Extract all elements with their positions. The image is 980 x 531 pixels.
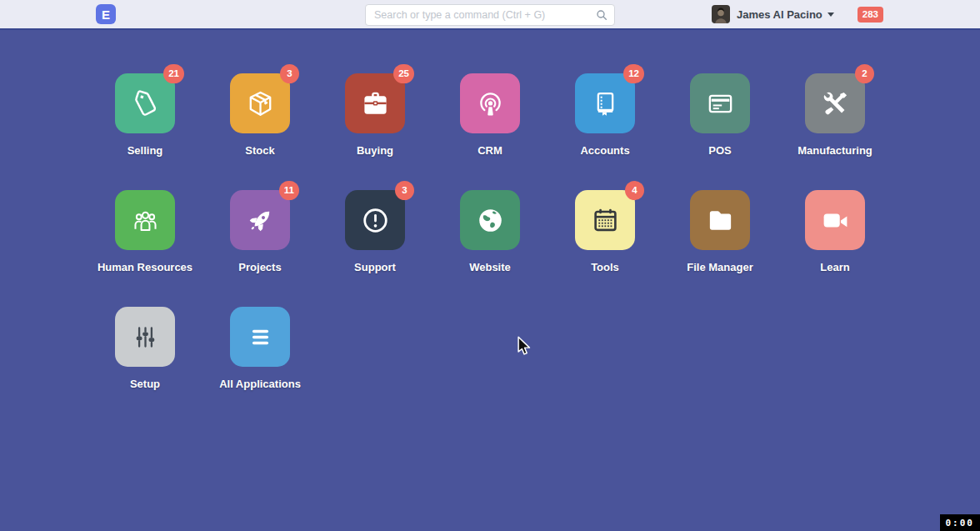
module-tile-support[interactable]: 3 Support (318, 190, 432, 273)
module-tile-buying[interactable]: 25 Buying (318, 73, 432, 157)
module-tile-setup[interactable]: Setup (88, 307, 202, 390)
user-name: James Al Pacino (737, 8, 822, 21)
notification-badge: 3 (395, 181, 414, 200)
module-tile-file-manager[interactable]: File Manager (662, 190, 778, 273)
notification-badge: 4 (625, 181, 644, 200)
module-label: POS (708, 144, 731, 157)
module-tile-all-applications[interactable]: All Applications (202, 307, 318, 390)
tools-crossed-icon (820, 88, 851, 119)
video-timestamp: 0:00 (940, 514, 980, 531)
module-label: Selling (128, 144, 163, 157)
app-logo[interactable]: E (96, 4, 116, 24)
module-label: Accounts (580, 144, 629, 157)
tag-icon (130, 88, 161, 119)
notification-badge: 3 (280, 64, 299, 83)
module-tile-pos[interactable]: POS (662, 73, 778, 157)
box-icon (245, 88, 276, 119)
module-label: Support (354, 261, 396, 273)
sliders-icon (130, 322, 161, 353)
global-search (365, 4, 615, 26)
module-label: File Manager (687, 261, 752, 273)
user-menu[interactable]: James Al Pacino (737, 8, 834, 21)
video-camera-icon (820, 205, 851, 236)
module-tile-stock[interactable]: 3 Stock (202, 73, 318, 157)
module-label: All Applications (219, 378, 301, 390)
module-label: Stock (245, 144, 274, 157)
module-tile-crm[interactable]: CRM (432, 73, 548, 157)
briefcase-icon (360, 88, 391, 119)
module-label: Setup (130, 378, 160, 390)
module-tile-projects[interactable]: 11 Projects (202, 190, 318, 273)
module-label: Tools (591, 261, 619, 273)
ledger-book-icon (590, 88, 621, 119)
module-grid: 21 Selling 3 Stock 25 Buying CRM 12 Acco… (88, 73, 892, 423)
module-tile-selling[interactable]: 21 Selling (88, 73, 202, 157)
credit-card-icon (705, 88, 736, 119)
top-navbar: E James Al Pacino 283 (0, 0, 980, 30)
module-tile-website[interactable]: Website (432, 190, 548, 273)
calendar-icon (590, 205, 621, 236)
module-label: Manufacturing (798, 144, 872, 157)
module-label: Projects (238, 261, 281, 273)
module-label: Website (469, 261, 511, 273)
module-tile-accounts[interactable]: 12 Accounts (548, 73, 662, 157)
navbar-right: James Al Pacino 283 (712, 5, 883, 23)
folder-icon (705, 205, 736, 236)
notification-badge: 21 (163, 64, 184, 83)
module-label: Human Resources (98, 261, 192, 273)
module-tile-human-resources[interactable]: Human Resources (88, 190, 202, 273)
alert-circle-icon (360, 205, 391, 236)
user-avatar[interactable] (712, 5, 730, 23)
people-group-icon (130, 205, 161, 236)
chevron-down-icon (828, 13, 834, 17)
notification-badge: 11 (279, 181, 299, 200)
notification-badge: 2 (855, 64, 874, 83)
module-label: Learn (820, 261, 849, 273)
module-tile-tools[interactable]: 4 Tools (548, 190, 662, 273)
search-icon[interactable] (595, 8, 608, 22)
rocket-icon (245, 205, 276, 236)
search-input[interactable] (365, 4, 615, 26)
hamburger-menu-icon (245, 322, 276, 353)
notification-count-badge[interactable]: 283 (858, 7, 883, 23)
globe-icon (475, 205, 506, 236)
module-tile-learn[interactable]: Learn (778, 190, 892, 273)
broadcast-person-icon (475, 88, 506, 119)
module-label: Buying (357, 144, 393, 157)
notification-badge: 25 (393, 64, 414, 83)
module-label: CRM (478, 144, 502, 157)
module-tile-manufacturing[interactable]: 2 Manufacturing (778, 73, 892, 157)
notification-badge: 12 (623, 64, 644, 83)
